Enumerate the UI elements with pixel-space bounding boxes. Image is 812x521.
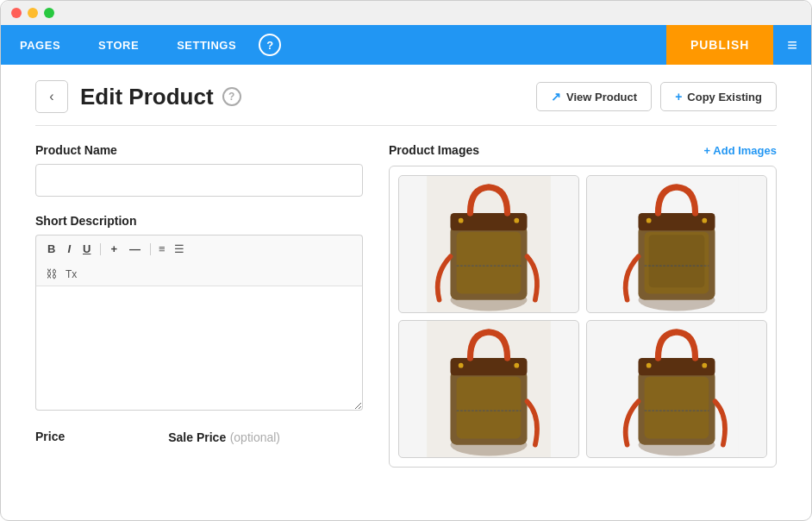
- copy-existing-button[interactable]: + Copy Existing: [660, 82, 777, 111]
- header-actions: ↗ View Product + Copy Existing: [536, 82, 777, 111]
- toolbar-row2: ⛓ Tx: [35, 262, 363, 286]
- underline-button[interactable]: U: [78, 242, 95, 256]
- images-header: Product Images + Add Images: [389, 143, 777, 157]
- page-title: Edit Product: [80, 84, 214, 110]
- svg-rect-20: [457, 377, 522, 439]
- minus-button[interactable]: —: [125, 242, 145, 256]
- sale-price-optional: (optional): [230, 430, 280, 444]
- clear-formatting-icon[interactable]: Tx: [63, 267, 79, 282]
- view-product-label: View Product: [566, 91, 637, 104]
- description-toolbar: B I U + — ≡ ☰: [35, 235, 363, 262]
- nav-store[interactable]: STORE: [79, 25, 158, 65]
- nav-settings[interactable]: SETTINGS: [158, 25, 255, 65]
- product-image-2[interactable]: [586, 175, 767, 313]
- back-button[interactable]: ‹: [35, 80, 68, 113]
- minimize-dot[interactable]: [28, 8, 38, 18]
- sale-price-label: Sale Price: [168, 430, 226, 444]
- svg-point-23: [459, 363, 464, 368]
- nav-pages[interactable]: PAGES: [1, 25, 79, 65]
- svg-point-6: [459, 218, 464, 223]
- svg-point-14: [646, 218, 652, 223]
- right-column: Product Images + Add Images: [389, 143, 777, 468]
- nav-items: PAGES STORE SETTINGS ?: [1, 25, 666, 65]
- short-description-label: Short Description: [35, 214, 363, 228]
- svg-point-32: [702, 363, 707, 368]
- product-name-label: Product Name: [35, 143, 363, 157]
- hamburger-menu[interactable]: ≡: [773, 25, 811, 65]
- list-unordered-icon[interactable]: ≡: [156, 241, 168, 257]
- view-product-button[interactable]: ↗ View Product: [536, 82, 652, 111]
- copy-existing-icon: +: [675, 90, 682, 104]
- add-images-button[interactable]: + Add Images: [704, 144, 777, 157]
- description-textarea[interactable]: [35, 286, 363, 411]
- product-name-input[interactable]: [35, 164, 363, 197]
- toolbar-separator-1: [100, 243, 101, 255]
- toolbar-separator-2: [150, 243, 151, 255]
- list-ordered-icon[interactable]: ☰: [172, 241, 187, 257]
- plus-button[interactable]: +: [106, 242, 122, 256]
- product-image-4[interactable]: [586, 320, 767, 458]
- italic-button[interactable]: I: [63, 242, 75, 256]
- svg-rect-16: [649, 235, 705, 287]
- publish-button[interactable]: PUBLISH: [666, 25, 773, 65]
- view-product-icon: ↗: [551, 90, 561, 104]
- left-column: Product Name Short Description B I U + —…: [35, 143, 363, 468]
- nav-bar: PAGES STORE SETTINGS ? PUBLISH ≡: [1, 25, 811, 65]
- main-columns: Product Name Short Description B I U + —…: [35, 143, 777, 468]
- svg-rect-28: [645, 377, 709, 439]
- title-bar: [1, 1, 811, 25]
- svg-point-31: [646, 363, 652, 368]
- svg-point-7: [514, 218, 519, 223]
- product-images-grid: [389, 166, 777, 468]
- product-images-title: Product Images: [389, 143, 479, 157]
- bold-button[interactable]: B: [43, 242, 59, 256]
- maximize-dot[interactable]: [44, 8, 54, 18]
- close-dot[interactable]: [11, 8, 22, 18]
- svg-point-15: [702, 218, 707, 223]
- svg-rect-3: [457, 232, 522, 294]
- svg-point-24: [514, 363, 519, 368]
- product-image-3[interactable]: [398, 320, 579, 458]
- help-icon[interactable]: ?: [222, 87, 241, 106]
- divider: [35, 125, 777, 126]
- price-label: Price: [35, 430, 65, 445]
- nav-help-icon[interactable]: ?: [259, 34, 281, 56]
- link-icon[interactable]: ⛓: [43, 266, 59, 282]
- price-row: Price Sale Price (optional): [35, 430, 363, 445]
- product-image-1[interactable]: [398, 175, 579, 313]
- copy-existing-label: Copy Existing: [687, 91, 762, 104]
- edit-product-header: ‹ Edit Product ? ↗ View Product + Copy E…: [35, 80, 777, 113]
- content-area: ‹ Edit Product ? ↗ View Product + Copy E…: [1, 65, 811, 468]
